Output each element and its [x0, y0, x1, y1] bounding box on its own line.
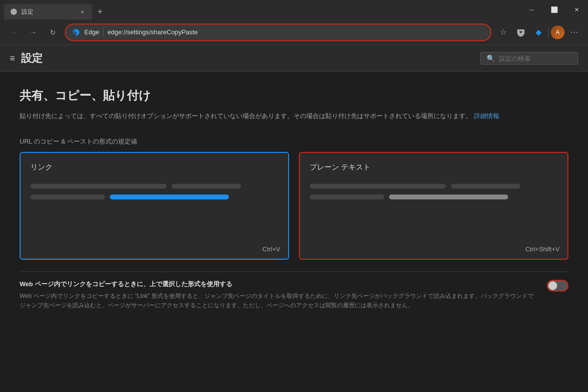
toggle-sub-label: Web ページ内でリンクをコピーするときに "Link" 形式を使用すると、ジャ… [20, 292, 537, 310]
drop-icon[interactable]: ◆ [531, 24, 546, 40]
link-card-title: リンク [30, 163, 278, 172]
mock-line-2b-blue [110, 195, 229, 199]
plain-shortcut-label: Ctrl+Shift+V [525, 245, 560, 253]
description-text: 貼り付け先によっては、すべての貼り付けオプションがサポートされていない場合があり… [20, 112, 472, 120]
edge-logo-icon [72, 28, 80, 37]
hamburger-menu[interactable]: ≡ [10, 53, 15, 64]
mock-row-p1 [310, 184, 558, 189]
mock-line-p2b-gray [389, 195, 508, 199]
mock-row-1 [30, 184, 278, 189]
toggle-text-area: Web ページ内でリンクをコピーするときに、上で選択した形式を使用する Web … [20, 280, 547, 310]
new-tab-button[interactable]: + [92, 4, 108, 20]
reload-button[interactable]: ↻ [45, 24, 61, 40]
tab-area: 設定 ✕ + [0, 0, 520, 20]
toolbar-icons: ☆ ◆ A ⋯ [495, 24, 582, 40]
settings-header-left: ≡ 設定 [10, 51, 43, 66]
window-controls: ─ ⬜ ✕ [520, 0, 588, 20]
toggle-knob [548, 281, 557, 290]
page-description: 貼り付け先によっては、すべての貼り付けオプションがサポートされていない場合があり… [20, 111, 568, 122]
address-separator [103, 27, 103, 37]
section-label: URL のコピー & ペーストの形式の規定値 [20, 137, 568, 146]
more-button[interactable]: ⋯ [566, 24, 582, 40]
title-bar: 設定 ✕ + ─ ⬜ ✕ [0, 0, 588, 20]
mock-line-1a [30, 184, 167, 189]
mock-row-p2 [310, 195, 558, 199]
nav-bar: ← → ↻ Edge edge://settings/shareCopyPast… [0, 20, 588, 45]
restore-button[interactable]: ⬜ [543, 0, 565, 20]
pocket-icon[interactable] [513, 24, 529, 40]
page-heading: 共有、コピー、貼り付け [20, 88, 568, 103]
settings-search-box[interactable]: 🔍 [480, 52, 578, 65]
plain-format-card[interactable]: プレーン テキスト Ctrl+Shift+V [299, 152, 568, 260]
toggle-row: Web ページ内でリンクをコピーするときに、上で選択した形式を使用する Web … [20, 271, 568, 318]
link-shortcut-label: Ctrl+V [263, 245, 280, 253]
mock-line-p1b [451, 184, 520, 189]
content-area: 共有、コピー、貼り付け 貼り付け先によっては、すべての貼り付けオプションがサポー… [0, 72, 588, 392]
toolbar-separator [548, 26, 549, 38]
settings-main: ≡ 設定 🔍 共有、コピー、貼り付け 貼り付け先によっては、すべての貼り付けオプ… [0, 45, 588, 392]
plain-card-mockup [310, 184, 558, 199]
search-icon: 🔍 [487, 54, 495, 62]
toggle-main-label: Web ページ内でリンクをコピーするときに、上で選択した形式を使用する [20, 280, 537, 289]
address-text: edge://settings/shareCopyPaste [107, 28, 485, 36]
mock-line-p1a [310, 184, 446, 189]
toggle-switch[interactable] [547, 280, 568, 292]
tab-title: 設定 [22, 8, 74, 16]
link-card-mockup [30, 184, 278, 199]
tab-close-button[interactable]: ✕ [78, 8, 86, 16]
format-cards-row: リンク Ctrl+V プレーン テキ [20, 152, 568, 260]
mock-row-2 [30, 195, 278, 199]
avatar[interactable]: A [551, 25, 564, 39]
mock-line-p2a [310, 195, 384, 199]
link-format-card[interactable]: リンク Ctrl+V [20, 152, 289, 260]
mock-line-2a [30, 195, 105, 199]
settings-tab[interactable]: 設定 ✕ [4, 4, 92, 20]
settings-search-input[interactable] [499, 55, 572, 62]
minimize-button[interactable]: ─ [520, 0, 543, 20]
mock-line-1b [172, 184, 241, 189]
settings-container: ≡ 設定 🔍 共有、コピー、貼り付け 貼り付け先によっては、すべての貼り付けオプ… [0, 45, 588, 392]
forward-button[interactable]: → [25, 24, 41, 40]
address-bar[interactable]: Edge edge://settings/shareCopyPaste [65, 24, 491, 41]
favorites-icon[interactable]: ☆ [495, 24, 511, 40]
plain-card-title: プレーン テキスト [310, 163, 558, 172]
settings-header: ≡ 設定 🔍 [0, 45, 588, 72]
back-button[interactable]: ← [6, 24, 22, 40]
close-button[interactable]: ✕ [565, 0, 588, 20]
settings-page-title: 設定 [21, 51, 43, 66]
edge-brand-label: Edge [84, 28, 99, 36]
details-link[interactable]: 詳細情報 [474, 112, 499, 120]
tab-settings-icon [10, 8, 18, 16]
